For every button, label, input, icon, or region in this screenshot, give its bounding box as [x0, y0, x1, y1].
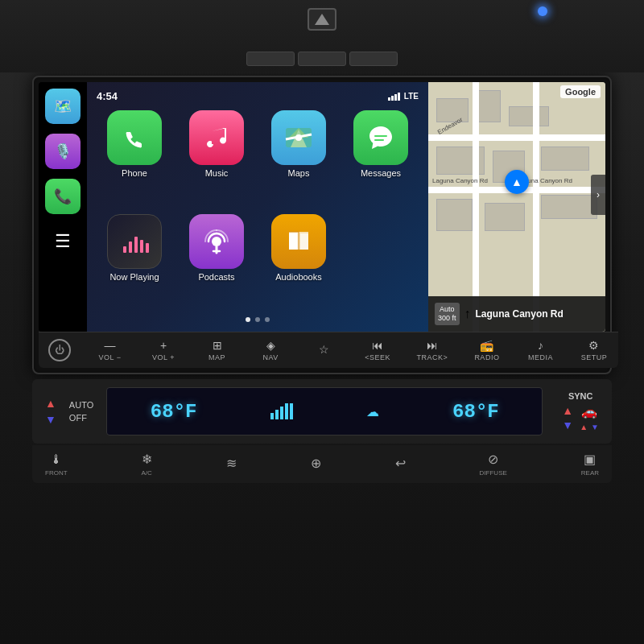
- fan-speed-button[interactable]: ≋: [226, 456, 237, 473]
- climate-display: 68°F ☁ 68°F: [106, 387, 543, 436]
- signal-bar-2: [391, 96, 394, 101]
- phone-label: Phone: [122, 168, 147, 178]
- hazard-button[interactable]: [308, 8, 336, 31]
- fan-bar-4: [285, 403, 288, 419]
- signal-bar-1: [388, 97, 390, 101]
- sidebar-list-icon[interactable]: ☰: [45, 224, 80, 259]
- sidebar-phone-icon[interactable]: 📞: [45, 179, 80, 214]
- fan-bars: [270, 403, 293, 419]
- signal-bar-3: [394, 94, 397, 101]
- left-temp-up-button[interactable]: ▲: [45, 397, 56, 410]
- star-icon: ☆: [319, 343, 329, 356]
- map-button[interactable]: ⊞ MAP: [203, 339, 232, 361]
- off-label: OFF: [69, 413, 93, 423]
- network-type: LTE: [404, 92, 419, 101]
- climate-panel: ▲ ▼ AUTO OFF 68°F ☁ 68°F: [32, 379, 612, 444]
- svg-rect-4: [134, 237, 138, 253]
- map-auto-distance: Auto300 ft: [435, 303, 460, 325]
- sidebar-podcasts-icon[interactable]: 🎙️: [45, 134, 80, 169]
- rear-defrost-icon: ▣: [584, 452, 596, 467]
- music-icon: [189, 110, 244, 165]
- gear-icon: ⚙: [588, 339, 599, 352]
- front-defrost-button[interactable]: 🌡 FRONT: [45, 452, 68, 477]
- sync-button[interactable]: SYNC: [568, 391, 593, 401]
- maps-label: Maps: [288, 168, 310, 178]
- car-rear-icon: 🚗: [581, 404, 597, 419]
- front-label: FRONT: [45, 469, 68, 477]
- diffuse-button[interactable]: ⊘ DIFFUSE: [480, 452, 507, 477]
- nav-button[interactable]: ◈ NAV: [256, 339, 285, 361]
- vol-up-icon: +: [160, 339, 167, 352]
- nowplaying-label: Now Playing: [109, 272, 159, 282]
- rear-label: REAR: [581, 469, 599, 477]
- vent-slots: [246, 52, 398, 66]
- map-nav-street: Laguna Canyon Rd: [476, 308, 564, 320]
- climate-bottom-buttons: 🌡 FRONT ❄ A/C ≋ ⊕ ↩ ⊘ DIFFUSE ▣ REAR: [32, 445, 612, 483]
- dot-2[interactable]: [255, 317, 260, 322]
- fan-speed-display: [270, 403, 293, 419]
- ac-icon: ❄: [142, 452, 152, 467]
- diffuse-icon: ⊘: [488, 452, 498, 467]
- app-icon-phone[interactable]: Phone: [97, 110, 172, 208]
- setup-button[interactable]: ⚙ SETUP: [580, 339, 609, 361]
- app-icon-audiobooks[interactable]: Audiobooks: [261, 214, 336, 312]
- sync-controls: SYNC ▲ ▼ 🚗 ▲ ▼: [562, 391, 599, 431]
- map-btn-label: MAP: [208, 353, 225, 361]
- nowplaying-icon: [107, 214, 162, 269]
- google-maps-logo: Google: [560, 85, 601, 98]
- track-fwd-icon: ⏭: [427, 339, 438, 352]
- rear-up-icon: ▲: [580, 423, 588, 431]
- power-button[interactable]: ⏻: [48, 339, 71, 361]
- audiobooks-icon: [271, 214, 326, 269]
- vol-up-button[interactable]: + VOL +: [149, 339, 178, 361]
- controls-strip: ⏻ — VOL − + VOL + ⊞ MAP ◈ NAV ☆ ⏮: [39, 332, 618, 368]
- carplay-sidebar: 🗺️ 🎙️ 📞 ☰: [39, 82, 87, 332]
- messages-label: Messages: [361, 168, 401, 178]
- map-nav-bar: Auto300 ft ↑ Laguna Canyon Rd: [428, 296, 605, 332]
- right-temp-down-button[interactable]: ▼: [562, 419, 573, 431]
- phone-icon: [107, 110, 162, 165]
- vent-slot-2: [298, 52, 346, 66]
- app-icon-messages[interactable]: Messages: [343, 110, 419, 208]
- hazard-triangle-icon: [315, 14, 329, 25]
- favorite-button[interactable]: ☆: [310, 343, 339, 357]
- media-button[interactable]: ♪ MEDIA: [526, 339, 555, 361]
- podcasts-icon: [189, 214, 244, 269]
- fan-mode-button[interactable]: ⊕: [311, 456, 321, 473]
- infotainment-screen[interactable]: 🗺️ 🎙️ 📞 ☰ 4:54: [39, 82, 605, 332]
- radio-label: RADIO: [474, 353, 499, 361]
- map-road-v1: [473, 82, 479, 332]
- media-icon: ♪: [538, 339, 543, 352]
- vol-up-label: VOL +: [152, 353, 175, 361]
- map-block: [541, 147, 589, 171]
- rear-defrost-button[interactable]: ▣ REAR: [581, 452, 599, 477]
- ac-button[interactable]: ❄ A/C: [142, 452, 152, 477]
- fan-bar-5: [290, 403, 293, 419]
- map-expand-button[interactable]: ›: [591, 175, 605, 215]
- right-temp-up-button[interactable]: ▲: [562, 404, 573, 417]
- app-icon-nowplaying[interactable]: Now Playing: [97, 214, 172, 312]
- seek-back-button[interactable]: ⏮ <SEEK: [363, 339, 392, 361]
- app-icon-podcasts[interactable]: Podcasts: [179, 214, 254, 312]
- dot-3[interactable]: [265, 317, 270, 322]
- app-icon-music[interactable]: Music: [179, 110, 254, 208]
- fan-bar-3: [280, 407, 283, 419]
- sidebar-maps-icon[interactable]: 🗺️: [45, 89, 80, 124]
- track-forward-button[interactable]: ⏭ TRACK>: [417, 339, 448, 361]
- radio-button[interactable]: 📻 RADIO: [473, 339, 502, 361]
- left-temp-down-button[interactable]: ▼: [45, 413, 56, 426]
- setup-label: SETUP: [581, 353, 608, 361]
- map-background: Endeavor Laguna Canyon Rd Laguna Canyon …: [428, 82, 605, 332]
- svg-point-7: [212, 237, 221, 246]
- app-icon-maps[interactable]: Maps: [261, 110, 336, 208]
- right-temp-display: 68°F: [452, 401, 499, 423]
- recirc-button[interactable]: ↩: [395, 456, 406, 473]
- map-panel[interactable]: Endeavor Laguna Canyon Rd Laguna Canyon …: [428, 82, 605, 332]
- music-label: Music: [205, 168, 229, 178]
- fan-bar-1: [270, 413, 274, 419]
- vol-down-label: VOL −: [99, 353, 122, 361]
- dot-1[interactable]: [246, 317, 250, 322]
- svg-rect-3: [129, 242, 132, 253]
- climate-mode-labels: AUTO OFF: [69, 400, 93, 423]
- vol-down-button[interactable]: — VOL −: [96, 339, 125, 361]
